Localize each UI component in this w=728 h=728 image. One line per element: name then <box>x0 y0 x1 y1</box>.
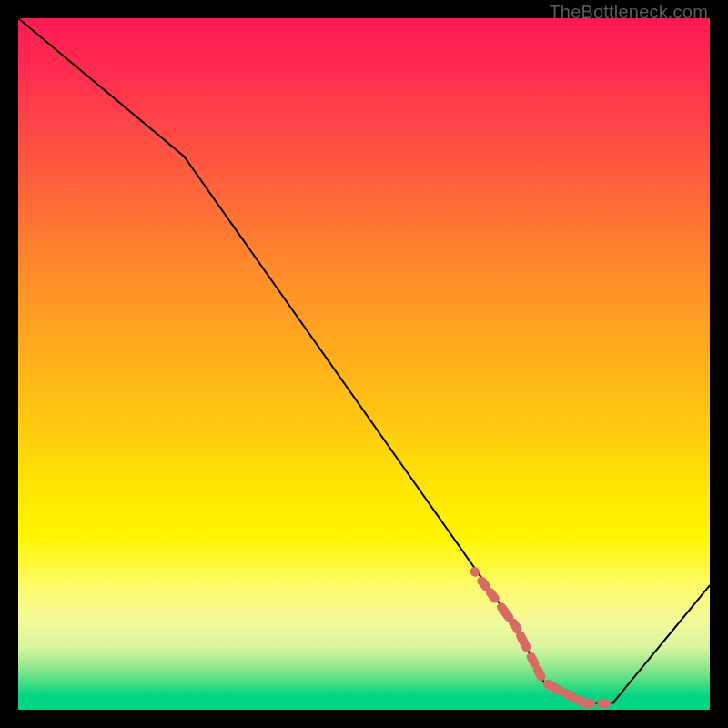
watermark-label: TheBottleneck.com <box>549 2 708 23</box>
chart-background-gradient <box>18 18 710 710</box>
